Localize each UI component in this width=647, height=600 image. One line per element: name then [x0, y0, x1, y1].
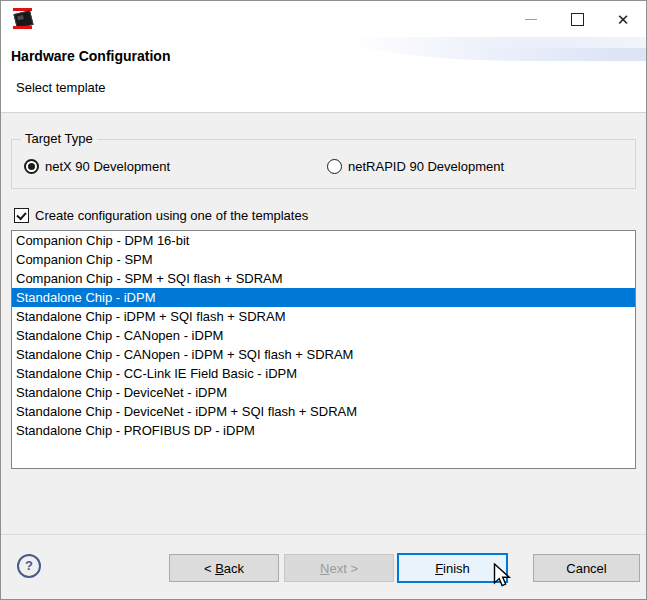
minimize-icon	[525, 19, 537, 20]
maximize-button[interactable]	[554, 1, 600, 37]
minimize-button[interactable]	[508, 1, 554, 37]
finish-button[interactable]: Finish	[397, 553, 508, 583]
list-item[interactable]: Companion Chip - DPM 16-bit	[12, 231, 635, 250]
page-subtitle: Select template	[16, 80, 106, 95]
maximize-icon	[571, 13, 584, 26]
netx-chip-icon	[11, 7, 35, 31]
radio-icon[interactable]	[24, 159, 39, 174]
help-button[interactable]: ?	[17, 554, 41, 578]
title-bar[interactable]: ✕	[1, 1, 646, 37]
list-item-selected[interactable]: Standalone Chip - iDPM	[12, 288, 635, 307]
checkbox-label: Create configuration using one of the te…	[35, 208, 308, 223]
create-from-template-checkbox-row[interactable]: Create configuration using one of the te…	[14, 208, 308, 223]
next-button[interactable]: Next >	[284, 554, 394, 582]
target-type-legend: Target Type	[21, 131, 97, 146]
hardware-configuration-dialog: ✕ Hardware Configuration Select template…	[0, 0, 647, 600]
list-item[interactable]: Standalone Chip - DeviceNet - iDPM + SQI…	[12, 402, 635, 421]
list-item[interactable]: Standalone Chip - CANopen - iDPM	[12, 326, 635, 345]
wizard-header: Hardware Configuration Select template	[1, 37, 646, 113]
template-list[interactable]: Companion Chip - DPM 16-bitCompanion Chi…	[11, 230, 636, 469]
radio-label: netX 90 Development	[45, 159, 170, 174]
checkbox-icon[interactable]	[14, 208, 29, 223]
radio-netx-90-development[interactable]: netX 90 Development	[24, 159, 170, 174]
list-item[interactable]: Standalone Chip - DeviceNet - iDPM	[12, 383, 635, 402]
button-bar: ? < Back Next > Finish Cancel	[1, 534, 646, 599]
wizard-content: Target Type netX 90 Development netRAPID…	[1, 113, 646, 536]
list-item[interactable]: Standalone Chip - CC-Link IE Field Basic…	[12, 364, 635, 383]
page-title: Hardware Configuration	[11, 48, 170, 64]
close-button[interactable]: ✕	[600, 1, 646, 37]
list-item[interactable]: Companion Chip - SPM + SQI flash + SDRAM	[12, 269, 635, 288]
window-controls: ✕	[508, 1, 646, 37]
target-type-group: Target Type netX 90 Development netRAPID…	[11, 139, 636, 189]
radio-netrapid-90-development[interactable]: netRAPID 90 Development	[327, 159, 504, 174]
list-item[interactable]: Standalone Chip - CANopen - iDPM + SQI f…	[12, 345, 635, 364]
close-icon: ✕	[617, 12, 630, 27]
radio-label: netRAPID 90 Development	[348, 159, 504, 174]
radio-icon[interactable]	[327, 159, 342, 174]
list-item[interactable]: Standalone Chip - iDPM + SQI flash + SDR…	[12, 307, 635, 326]
list-item[interactable]: Standalone Chip - PROFIBUS DP - iDPM	[12, 421, 635, 440]
cancel-button[interactable]: Cancel	[533, 554, 640, 582]
list-item[interactable]: Companion Chip - SPM	[12, 250, 635, 269]
back-button[interactable]: < Back	[169, 554, 279, 582]
